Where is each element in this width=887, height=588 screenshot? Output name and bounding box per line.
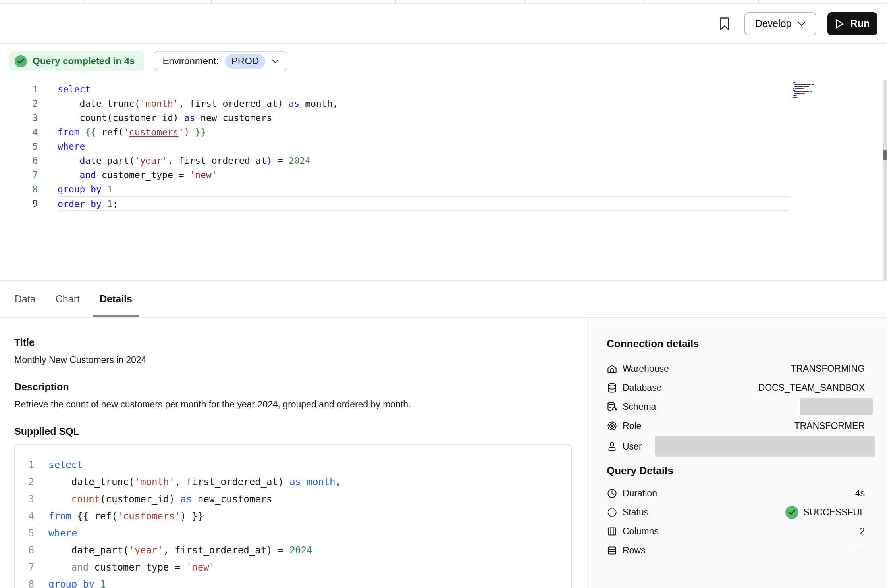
rows-row: Rows --- (607, 541, 865, 560)
environment-value-badge: PROD (225, 54, 265, 69)
tab-chart[interactable]: Chart (49, 281, 87, 317)
tab-strip-divider (395, 0, 396, 3)
connection-details-heading: Connection details (607, 337, 865, 350)
database-icon (607, 382, 617, 393)
query-status-text: Query completed in 4s (33, 56, 135, 67)
line-number: 6 (0, 154, 38, 168)
code-line: 5where (0, 139, 887, 154)
warehouse-icon (607, 363, 617, 374)
run-button-label: Run (850, 18, 870, 29)
editor-scrollbar-thumb[interactable] (883, 150, 887, 160)
rows-icon (607, 545, 617, 556)
database-row: Database DOCS_TEAM_SANDBOX (607, 378, 865, 397)
columns-row: Columns 2 (607, 522, 865, 541)
user-icon (607, 441, 617, 452)
bookmark-icon[interactable] (716, 15, 733, 33)
database-value: DOCS_TEAM_SANDBOX (758, 382, 865, 393)
line-number: 4 (15, 508, 34, 525)
success-check-icon (785, 506, 798, 519)
line-number: 5 (0, 139, 38, 154)
schema-row: Schema (607, 397, 865, 416)
code-line: 1select (15, 457, 571, 474)
line-number: 3 (0, 111, 38, 125)
role-label: Role (623, 421, 641, 431)
line-number: 1 (15, 457, 34, 474)
line-number: 2 (0, 96, 38, 111)
user-label: User (623, 441, 642, 452)
duration-icon (607, 488, 617, 499)
line-number: 9 (0, 196, 38, 211)
columns-icon (607, 526, 617, 537)
check-icon (15, 55, 27, 67)
user-row: User (607, 435, 865, 457)
title-value: Monthly New Customers in 2024 (14, 354, 571, 365)
minimap-line (793, 91, 837, 92)
duration-label: Duration (623, 488, 657, 499)
code-line: 7 and customer_type = 'new' (0, 168, 887, 182)
line-number: 1 (0, 82, 38, 96)
title-heading: Title (14, 336, 571, 349)
status-spinner-icon (607, 507, 617, 518)
line-number: 8 (15, 576, 34, 588)
query-status-badge: Query completed in 4s (9, 51, 144, 71)
description-heading: Description (14, 380, 571, 393)
minimap-line (793, 93, 837, 94)
develop-button[interactable]: Develop (744, 12, 816, 35)
line-number: 7 (15, 559, 34, 576)
code-line: 8group by 1 (0, 182, 887, 196)
minimap-line (793, 82, 837, 83)
environment-label: Environment: (162, 56, 218, 67)
code-line: 2 date_trunc('month', first_ordered_at) … (15, 474, 571, 491)
status-row: Status SUCCESSFUL (607, 503, 865, 522)
rows-label: Rows (623, 545, 646, 556)
tab-strip-divider (758, 0, 759, 3)
warehouse-value: TRANSFORMING (791, 363, 865, 374)
header-toolbar: Develop Run (0, 4, 887, 44)
supplied-sql-block: 1select2 date_trunc('month', first_order… (14, 444, 572, 588)
minimap-line (793, 84, 837, 85)
tab-strip-divider (524, 0, 525, 3)
tab-details[interactable]: Details (93, 281, 139, 317)
code-line: 2 date_trunc('month', first_ordered_at) … (0, 96, 887, 111)
minimap-line (793, 90, 837, 91)
code-line: 1select (0, 82, 887, 96)
line-number: 5 (15, 525, 34, 542)
details-panel: Title Monthly New Customers in 2024 Desc… (0, 318, 587, 588)
tab-data[interactable]: Data (8, 281, 42, 317)
code-line: 8group by 1 (15, 576, 571, 588)
editor-minimap[interactable] (792, 81, 837, 100)
code-line: 7 and customer_type = 'new' (15, 559, 571, 576)
indent-guide (58, 111, 58, 125)
schema-label: Schema (623, 402, 656, 412)
schema-icon (607, 402, 617, 412)
indent-guide (58, 168, 58, 182)
code-line: 9order by 1; (0, 196, 887, 211)
indent-guide (58, 154, 58, 168)
duration-row: Duration 4s (607, 484, 865, 503)
supplied-sql-heading: Supplied SQL (14, 425, 571, 438)
line-number: 2 (15, 474, 34, 491)
minimap-line (793, 97, 837, 98)
tab-strip-divider (643, 0, 644, 3)
minimap-line (793, 88, 837, 89)
code-line: 3 count(customer_id) as new_customers (15, 491, 571, 508)
tab-strip-divider (211, 0, 212, 3)
minimap-line (793, 95, 837, 96)
code-line: 4from {{ ref('customers') }} (0, 125, 887, 139)
top-tab-strip (0, 0, 887, 4)
minimap-line (793, 86, 837, 87)
code-line: 3 count(customer_id) as new_customers (0, 111, 887, 125)
environment-select[interactable]: Environment: PROD (154, 51, 287, 71)
duration-value: 4s (855, 488, 865, 499)
editor-scrollbar[interactable] (883, 80, 887, 280)
status-label: Status (623, 507, 648, 518)
rows-value: --- (856, 545, 865, 556)
code-line: 5where (15, 525, 571, 542)
line-number: 7 (0, 168, 38, 182)
role-row: Role TRANSFORMER (607, 416, 865, 435)
database-label: Database (623, 382, 661, 393)
run-button[interactable]: Run (827, 12, 877, 35)
tab-strip-divider (83, 0, 84, 3)
code-line: 6 date_part('year', first_ordered_at) = … (15, 542, 571, 559)
sql-editor[interactable]: 1select2 date_trunc('month', first_order… (0, 79, 887, 280)
